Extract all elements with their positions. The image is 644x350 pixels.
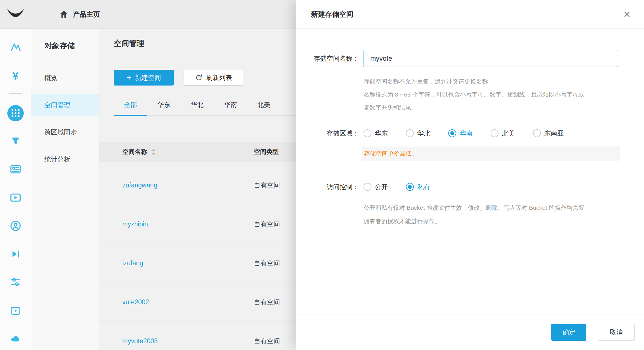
tab-all[interactable]: 全部 — [114, 100, 147, 116]
product-icon-rail: ¥ — [0, 29, 31, 350]
new-space-label: 新建空间 — [135, 73, 161, 82]
rail-icon-logo[interactable] — [9, 41, 22, 54]
rail-icon-media[interactable] — [9, 191, 22, 204]
radio-checked-icon — [448, 129, 456, 137]
rail-icon-object-storage[interactable] — [7, 105, 24, 121]
object-storage-active-icon — [7, 105, 24, 121]
confirm-button[interactable]: 确定 — [551, 324, 586, 341]
qiniu-bull-logo-icon — [6, 8, 25, 21]
region-option-label: 华东 — [375, 129, 388, 138]
help-line-3: 者数字开头和结尾。 — [364, 101, 644, 114]
sort-icon[interactable] — [152, 149, 156, 155]
access-control-label: 访问控制： — [296, 183, 359, 191]
access-option-private-selected[interactable]: 私有 — [406, 183, 430, 191]
rail-icon-video[interactable] — [9, 248, 22, 261]
region-option-label: 北美 — [502, 129, 515, 138]
drawer-title: 新建存储空间 — [311, 10, 623, 19]
rail-icon-cdn[interactable] — [9, 134, 22, 147]
brand-logo[interactable] — [0, 8, 31, 21]
radio-checked-icon — [406, 183, 414, 191]
region-option-beimei[interactable]: 北美 — [491, 129, 515, 138]
column-space-name-label: 空间名称 — [122, 148, 147, 156]
rail-icon-avatar[interactable] — [9, 219, 22, 232]
rail-divider — [9, 93, 22, 94]
sidebar-title: 对象存储 — [31, 29, 99, 51]
column-space-name[interactable]: 空间名称 — [122, 148, 254, 156]
access-help-line-2: 拥有者的授权才能进行操作。 — [364, 215, 644, 228]
sidebar-item-cross-region-sync[interactable]: 跨区域同步 — [31, 121, 99, 143]
sidebar-item-statistics[interactable]: 统计分析 — [31, 148, 99, 170]
refresh-icon — [195, 74, 203, 82]
bucket-name-link[interactable]: izufang — [122, 259, 254, 267]
region-option-huabei[interactable]: 华北 — [406, 129, 430, 138]
rail-icon-player[interactable] — [9, 304, 22, 317]
radio-unchecked-icon — [533, 129, 541, 137]
help-line-2: 名称格式为 3～63 个字符，可以包含小写字母、数字、短划线，且必须以小写字母或 — [364, 88, 644, 101]
yen-icon: ¥ — [12, 69, 18, 82]
radio-unchecked-icon — [491, 129, 499, 137]
home-label: 产品主页 — [73, 10, 100, 19]
bucket-name-label: 存储空间名称： — [296, 54, 359, 63]
rail-icon-certification[interactable] — [9, 163, 22, 176]
bucket-name-link[interactable]: myzhipin — [122, 220, 254, 228]
help-line-1: 存储空间名称不允许重复，遇到冲突请更换名称。 — [364, 75, 644, 88]
drawer-body: 存储空间名称： 存储空间名称不允许重复，遇到冲突请更换名称。 名称格式为 3～6… — [296, 29, 644, 228]
radio-unchecked-icon — [364, 183, 371, 191]
sidebar-item-space-management[interactable]: 空间管理 — [31, 94, 99, 116]
column-space-type-label: 空间类型 — [254, 148, 279, 156]
drawer-footer: 确定 取消 — [296, 314, 644, 350]
region-label: 存储区域： — [296, 129, 359, 138]
access-help-line-1: 公开和私有仅对 Bucket 的读文件生效，修改、删除、写入等对 Bucket … — [364, 201, 644, 215]
new-space-button[interactable]: + 新建空间 — [114, 70, 174, 86]
access-option-public[interactable]: 公开 — [364, 183, 388, 191]
radio-unchecked-icon — [406, 129, 414, 137]
product-home-link[interactable]: 产品主页 — [59, 10, 100, 19]
new-bucket-drawer: 新建存储空间 × 存储空间名称： 存储空间名称不允许重复，遇到冲突请更换名称。 … — [296, 0, 644, 350]
home-icon — [59, 10, 68, 19]
refresh-label: 刷新列表 — [206, 73, 232, 82]
region-option-label: 东南亚 — [544, 129, 564, 138]
bucket-name-help: 存储空间名称不允许重复，遇到冲突请更换名称。 名称格式为 3～63 个字符，可以… — [364, 75, 644, 114]
region-option-label: 华南 — [460, 129, 473, 138]
tab-beimei[interactable]: 北美 — [247, 100, 280, 115]
access-control-row: 访问控制： 公开 私有 — [296, 181, 644, 193]
bucket-name-row: 存储空间名称： — [296, 50, 644, 67]
rail-icon-cloud[interactable] — [9, 332, 22, 345]
tab-huabei[interactable]: 华北 — [180, 100, 214, 115]
bucket-name-link[interactable]: vote2002 — [122, 298, 254, 306]
region-option-label: 华北 — [417, 129, 430, 138]
region-option-huadong[interactable]: 华东 — [364, 129, 388, 138]
region-price-note: 存储空间单价最低。 — [362, 146, 620, 161]
region-option-huanan-selected[interactable]: 华南 — [448, 129, 473, 138]
sort-desc-icon — [152, 153, 156, 155]
close-icon[interactable]: × — [623, 8, 630, 20]
access-control-help: 公开和私有仅对 Bucket 的读文件生效，修改、删除、写入等对 Bucket … — [364, 201, 644, 228]
cancel-button[interactable]: 取消 — [598, 324, 635, 341]
object-storage-sidebar: 对象存储 概览 空间管理 跨区域同步 统计分析 — [31, 29, 99, 350]
app-screen: 产品主页 ¥ — [0, 0, 644, 350]
region-radio-group: 华东 华北 华南 北美 — [364, 129, 564, 138]
access-radio-group: 公开 私有 — [364, 183, 430, 191]
access-option-label: 私有 — [417, 183, 430, 191]
sidebar-menu: 概览 空间管理 跨区域同步 统计分析 — [31, 67, 99, 170]
tab-huanan[interactable]: 华南 — [214, 100, 247, 115]
bucket-name-link[interactable]: myvote2003 — [122, 337, 254, 345]
sidebar-item-overview[interactable]: 概览 — [31, 67, 99, 89]
bucket-name-input[interactable] — [364, 50, 618, 67]
radio-unchecked-icon — [364, 129, 371, 137]
sort-asc-icon — [152, 149, 156, 151]
access-option-label: 公开 — [375, 183, 388, 191]
toolbar: + 新建空间 刷新列表 — [114, 70, 243, 86]
refresh-list-button[interactable]: 刷新列表 — [184, 70, 243, 86]
tab-huadong[interactable]: 华东 — [147, 100, 180, 115]
rail-icon-pipeline[interactable] — [9, 275, 22, 288]
bucket-name-link[interactable]: zufangwang — [122, 181, 254, 189]
region-row: 存储区域： 华东 华北 华南 — [296, 128, 644, 139]
plus-icon: + — [127, 73, 132, 82]
region-option-dongnanya[interactable]: 东南亚 — [533, 129, 564, 138]
rail-icon-finance[interactable]: ¥ — [12, 69, 18, 82]
drawer-header: 新建存储空间 × — [296, 0, 644, 29]
page-title: 空间管理 — [114, 38, 144, 49]
